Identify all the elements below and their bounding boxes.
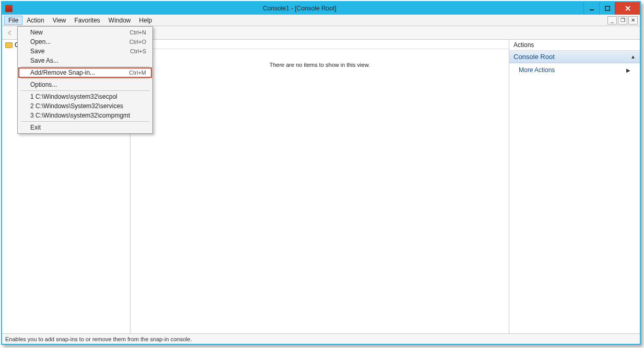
menu-view[interactable]: View xyxy=(49,16,70,25)
menu-item-shortcut: Ctrl+N xyxy=(130,29,146,36)
menu-item-label: 3 C:\Windows\system32\compmgmt xyxy=(30,112,130,119)
menu-item-recent-3[interactable]: 3 C:\Windows\system32\compmgmt xyxy=(19,111,151,120)
menu-bar: File Action View Favorites Window Help _… xyxy=(2,15,640,26)
mdi-minimize-button[interactable]: _ xyxy=(607,16,617,25)
menu-item-label: Save xyxy=(30,48,44,55)
menu-item-open[interactable]: Open... Ctrl+O xyxy=(19,37,151,47)
menu-item-label: Exit xyxy=(30,124,41,131)
minimize-button[interactable] xyxy=(583,2,599,15)
status-text: Enables you to add snap-ins to or remove… xyxy=(5,336,192,342)
menu-item-label: New xyxy=(30,29,43,36)
menu-item-shortcut: Ctrl+M xyxy=(129,69,146,76)
app-icon xyxy=(5,5,13,12)
menu-separator xyxy=(21,66,149,67)
menu-item-add-remove-snapin[interactable]: Add/Remove Snap-in... Ctrl+M xyxy=(19,68,151,77)
menu-separator xyxy=(21,90,149,91)
submenu-arrow-icon: ▶ xyxy=(626,67,630,73)
menu-item-label: Save As... xyxy=(30,57,58,64)
actions-pane: Actions Console Root ▲ More Actions ▶ xyxy=(509,40,640,333)
maximize-button[interactable] xyxy=(599,2,615,15)
menu-item-options[interactable]: Options... xyxy=(19,80,151,89)
mdi-close-button[interactable]: ✕ xyxy=(628,16,638,25)
mdi-restore-button[interactable]: ❐ xyxy=(618,16,627,25)
menu-item-label: Options... xyxy=(30,81,57,88)
file-menu-dropdown: New Ctrl+N Open... Ctrl+O Save Ctrl+S Sa… xyxy=(17,26,153,134)
content-column-header[interactable] xyxy=(130,40,509,49)
actions-pane-title: Actions xyxy=(509,40,640,51)
menu-separator xyxy=(21,78,149,79)
status-bar: Enables you to add snap-ins to or remove… xyxy=(2,333,640,344)
menu-item-label: Open... xyxy=(30,38,51,45)
content-pane: There are no items to show in this view. xyxy=(130,40,509,333)
mdi-controls: _ ❐ ✕ xyxy=(606,16,638,25)
folder-icon xyxy=(5,42,13,48)
menu-item-recent-1[interactable]: 1 C:\Windows\system32\secpol xyxy=(19,92,151,101)
menu-separator xyxy=(21,121,149,122)
menu-item-label: 2 C:\Windows\System32\services xyxy=(30,102,123,110)
window-controls xyxy=(583,2,640,15)
window-title: Console1 - [Console Root] xyxy=(16,5,583,12)
back-button[interactable] xyxy=(5,28,15,38)
menu-favorites[interactable]: Favorites xyxy=(70,16,104,25)
app-window: Console1 - [Console Root] File Action Vi… xyxy=(1,1,641,345)
menu-item-save[interactable]: Save Ctrl+S xyxy=(19,47,151,56)
collapse-icon: ▲ xyxy=(630,54,636,60)
menu-item-label: Add/Remove Snap-in... xyxy=(30,69,95,76)
menu-item-recent-2[interactable]: 2 C:\Windows\System32\services xyxy=(19,101,151,111)
menu-item-exit[interactable]: Exit xyxy=(19,123,151,132)
actions-section-header[interactable]: Console Root ▲ xyxy=(509,51,640,63)
menu-action[interactable]: Action xyxy=(22,16,48,25)
menu-item-shortcut: Ctrl+O xyxy=(129,39,146,45)
menu-item-new[interactable]: New Ctrl+N xyxy=(19,28,151,37)
close-button[interactable] xyxy=(615,2,640,15)
empty-view-message: There are no items to show in this view. xyxy=(130,62,509,68)
menu-window[interactable]: Window xyxy=(104,16,135,25)
actions-more-item[interactable]: More Actions ▶ xyxy=(509,63,640,77)
actions-section-label: Console Root xyxy=(514,53,555,61)
menu-file[interactable]: File xyxy=(4,16,22,25)
menu-item-label: 1 C:\Windows\system32\secpol xyxy=(30,93,117,100)
menu-help[interactable]: Help xyxy=(135,16,157,25)
menu-item-save-as[interactable]: Save As... xyxy=(19,56,151,65)
title-bar: Console1 - [Console Root] xyxy=(2,2,640,15)
actions-more-label: More Actions xyxy=(519,66,555,74)
menu-item-shortcut: Ctrl+S xyxy=(130,48,146,54)
svg-rect-1 xyxy=(605,6,610,10)
